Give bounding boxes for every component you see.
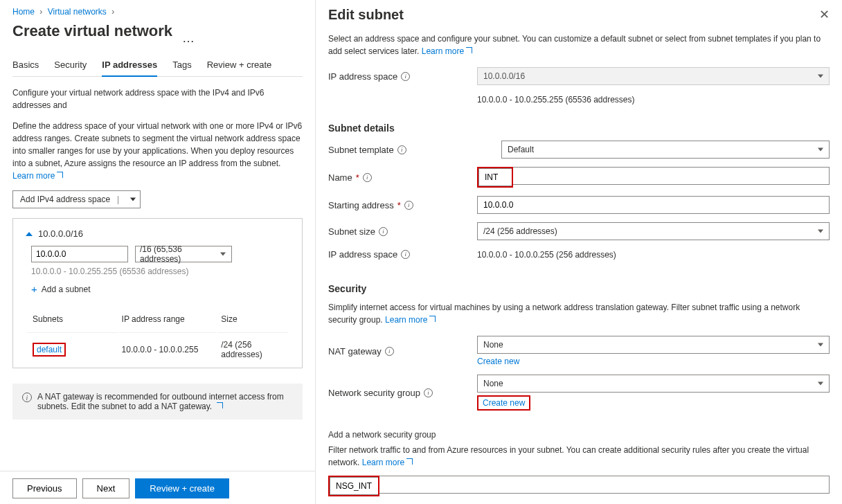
page-title: Create virtual network	[12, 22, 172, 40]
chevron-right-icon: ›	[109, 7, 117, 17]
ip-space-select[interactable]: 10.0.0.0/16	[477, 67, 830, 85]
col-subnets: Subnets	[27, 307, 118, 331]
blade-footer: OK Cancel	[328, 496, 830, 504]
col-size: Size	[218, 307, 288, 331]
info-icon[interactable]: i	[401, 250, 410, 259]
add-nsg-heading: Add a network security group	[328, 430, 830, 440]
nat-gateway-label: NAT gateway	[328, 346, 382, 357]
info-icon[interactable]: i	[363, 173, 372, 182]
cidr-label: 10.0.0.0/16	[38, 228, 83, 239]
tab-basics[interactable]: Basics	[12, 55, 39, 76]
create-new-nat-link[interactable]: Create new	[477, 357, 830, 366]
create-new-nsg-link[interactable]: Create new	[478, 397, 529, 409]
tab-ip-addresses[interactable]: IP addresses	[102, 55, 157, 77]
tabs: Basics Security IP addresses Tags Review…	[12, 55, 303, 77]
learn-more-link[interactable]: Learn more	[12, 171, 63, 181]
address-space-panel: 10.0.0.0/16 /16 (65,536 addresses) 10.0.…	[12, 218, 303, 368]
name-label: Name	[328, 172, 352, 183]
learn-more-link[interactable]: Learn more	[362, 458, 413, 467]
blade-title: Edit subnet	[328, 7, 404, 23]
breadcrumb-home[interactable]: Home	[12, 7, 35, 17]
breadcrumb: Home › Virtual networks ›	[12, 7, 303, 17]
row-range: 10.0.0.0 - 10.0.0.255	[119, 332, 217, 366]
row-size: /24 (256 addresses)	[218, 332, 288, 366]
info-icon[interactable]: i	[424, 388, 433, 397]
chevron-up-icon[interactable]	[26, 232, 33, 236]
tab-review[interactable]: Review + create	[207, 55, 272, 76]
info-icon: i	[22, 393, 32, 402]
more-icon[interactable]: …	[178, 31, 199, 46]
add-subnet-button[interactable]: + Add a subnet	[31, 283, 91, 295]
footer-bar: Previous Next Review + create	[0, 471, 315, 504]
ip-input[interactable]	[31, 246, 128, 262]
info-banner: i A NAT gateway is recommended for outbo…	[12, 384, 303, 420]
close-icon[interactable]: ✕	[819, 7, 830, 22]
review-create-button[interactable]: Review + create	[135, 478, 229, 498]
security-description: Simplify internet access for virtual mac…	[328, 301, 830, 326]
breadcrumb-vnet[interactable]: Virtual networks	[48, 7, 107, 17]
nat-gateway-select[interactable]: None	[477, 336, 830, 354]
subnet-default-link[interactable]: default	[37, 345, 62, 354]
col-ip-range: IP address range	[119, 307, 217, 331]
subnet-table: Subnets IP address range Size default 10…	[26, 306, 289, 368]
description-text: Define the address space of your virtual…	[12, 120, 303, 182]
tab-tags[interactable]: Tags	[172, 55, 191, 76]
info-icon[interactable]: i	[379, 227, 388, 236]
info-icon[interactable]: i	[385, 347, 394, 356]
chevron-down-icon	[818, 230, 823, 233]
ip-range-label: IP address space	[328, 249, 397, 260]
template-label: Subnet template	[328, 145, 394, 155]
info-icon[interactable]: i	[401, 72, 410, 81]
chevron-down-icon	[818, 382, 823, 386]
subnet-size-label: Subnet size	[328, 226, 375, 237]
nsg-select[interactable]: None	[477, 375, 830, 393]
chevron-down-icon	[818, 148, 823, 152]
ip-range-value: 10.0.0.0 - 10.0.0.255 (256 addresses)	[477, 249, 830, 260]
tab-security[interactable]: Security	[54, 55, 87, 76]
blade-description: Select an address space and configure yo…	[328, 33, 830, 57]
info-icon[interactable]: i	[397, 145, 406, 154]
chevron-down-icon	[220, 253, 226, 256]
chevron-down-icon	[130, 198, 136, 201]
banner-link[interactable]	[215, 402, 223, 411]
subnet-template-select[interactable]: Default	[501, 141, 830, 159]
info-icon[interactable]: i	[404, 201, 413, 210]
subnet-size-select[interactable]: /24 (256 addresses)	[477, 222, 830, 240]
nsg-name-input[interactable]	[330, 477, 378, 495]
add-ipv4-space-button[interactable]: Add IPv4 address space|	[12, 190, 141, 208]
table-row: default 10.0.0.0 - 10.0.0.255 /24 (256 a…	[27, 332, 288, 366]
nsg-label: Network security group	[328, 388, 420, 398]
ip-space-label: IP address space	[328, 71, 397, 82]
intro-text: Configure your virtual network address s…	[12, 87, 303, 111]
ip-space-helper: 10.0.0.0 - 10.0.255.255 (65536 addresses…	[477, 93, 830, 105]
start-address-input[interactable]	[477, 196, 830, 214]
security-heading: Security	[328, 283, 830, 294]
learn-more-link[interactable]: Learn more	[422, 46, 472, 56]
chevron-down-icon	[818, 75, 823, 78]
name-input[interactable]	[478, 168, 512, 186]
start-address-label: Starting address	[328, 200, 394, 210]
mask-select[interactable]: /16 (65,536 addresses)	[135, 246, 232, 262]
chevron-down-icon	[818, 343, 823, 347]
learn-more-link[interactable]: Learn more	[385, 315, 436, 325]
range-text: 10.0.0.0 - 10.0.255.255 (65536 addresses…	[31, 267, 289, 276]
add-nsg-description: Filter network traffic to and from Azure…	[328, 444, 830, 469]
chevron-right-icon: ›	[37, 7, 45, 17]
plus-icon: +	[31, 283, 37, 295]
subnet-details-heading: Subnet details	[328, 123, 830, 134]
previous-button[interactable]: Previous	[12, 478, 77, 498]
next-button[interactable]: Next	[82, 478, 130, 498]
